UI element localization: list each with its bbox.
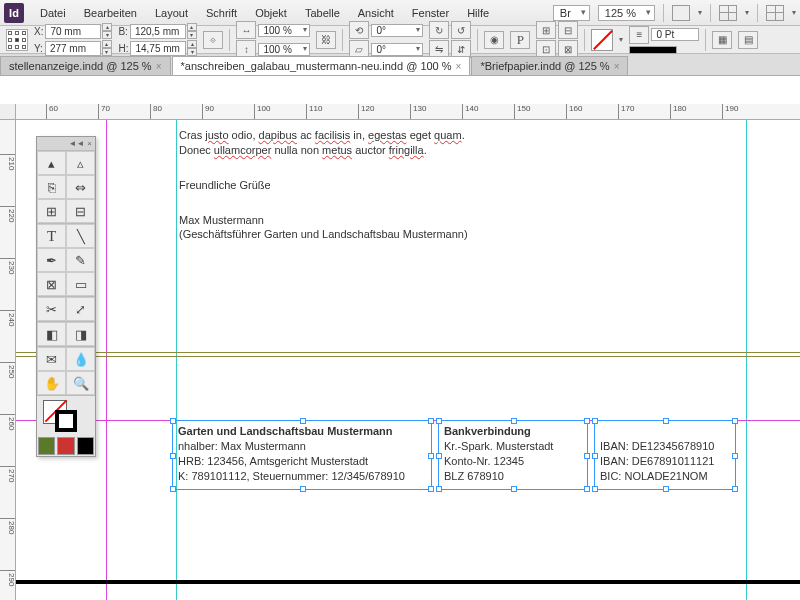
align-icon-2[interactable]: ⊟ <box>558 21 578 39</box>
hand-tool-icon[interactable]: ✋ <box>37 371 66 395</box>
rotation-input[interactable]: 0° <box>371 24 423 37</box>
pencil-tool-icon[interactable]: ✎ <box>66 248 95 272</box>
frame-footer-company[interactable]: Garten und Landschaftsbau Mustermann nha… <box>172 420 432 490</box>
scale-x-input[interactable]: 100 % <box>258 24 310 37</box>
apply-color[interactable] <box>38 437 55 455</box>
menu-ansicht[interactable]: Ansicht <box>350 3 402 23</box>
rotate-cw-icon[interactable]: ↻ <box>429 21 449 39</box>
line-tool-icon[interactable]: ╲ <box>66 224 95 248</box>
select-content-icon[interactable]: ◉ <box>484 31 504 49</box>
menu-schrift[interactable]: Schrift <box>198 3 245 23</box>
document-tabs: stellenanzeige.indd @ 125 %× *anschreibe… <box>0 54 800 76</box>
control-panel-top: X:70 mm▴▾ Y:277 mm▴▾ B:120,5 mm▴▾ H:14,7… <box>0 26 800 54</box>
gradient-swatch-tool-icon[interactable]: ◧ <box>37 322 66 346</box>
eyedropper-tool-icon[interactable]: 💧 <box>66 347 95 371</box>
letter-body-text: Cras justo odio, dapibus ac facilisis in… <box>179 128 609 242</box>
close-icon[interactable]: × <box>156 61 162 72</box>
menu-bearbeiten[interactable]: Bearbeiten <box>76 3 145 23</box>
zoom-tool-icon[interactable]: 🔍 <box>66 371 95 395</box>
ruler-origin[interactable] <box>0 104 16 120</box>
workspace: 5060708090100110120130140150160170180190… <box>0 104 800 600</box>
scale-x-icon: ↔ <box>236 21 256 39</box>
stroke-weight-input[interactable]: 0 Pt <box>651 28 699 41</box>
collapse-icon[interactable]: ◄◄ <box>68 139 84 148</box>
canvas[interactable]: Cras justo odio, dapibus ac facilisis in… <box>16 120 800 600</box>
gradient-feather-tool-icon[interactable]: ◨ <box>66 322 95 346</box>
zoom-selector[interactable]: 125 % <box>598 5 655 21</box>
arrange-icon[interactable] <box>766 5 784 21</box>
fill-stroke-swatch[interactable] <box>37 396 95 436</box>
tab-stellenanzeige[interactable]: stellenanzeige.indd @ 125 %× <box>0 56 171 75</box>
w-input[interactable]: 120,5 mm <box>130 24 186 39</box>
h-input[interactable]: 14,75 mm <box>130 41 186 56</box>
tab-briefpapier[interactable]: *Briefpapier.indd @ 125 %× <box>471 56 628 75</box>
vertical-ruler[interactable]: 200210220230240250260270280290 <box>0 120 16 600</box>
free-transform-tool-icon[interactable]: ⤢ <box>66 297 95 321</box>
w-label: B: <box>118 26 127 37</box>
horizontal-ruler[interactable]: 5060708090100110120130140150160170180190 <box>16 104 800 120</box>
menu-layout[interactable]: Layout <box>147 3 196 23</box>
align-icon-1[interactable]: ⊞ <box>536 21 556 39</box>
tools-panel[interactable]: ◄◄× ▴ ▵ ⎘ ⇔ ⊞ ⊟ T ╲ ✒ ✎ ⊠ ▭ ✂ ⤢ ◧ ◨ ✉ 💧 … <box>36 136 96 457</box>
type-tool-icon[interactable]: T <box>37 224 66 248</box>
note-tool-icon[interactable]: ✉ <box>37 347 66 371</box>
close-icon[interactable]: × <box>456 61 462 72</box>
y-label: Y: <box>34 43 43 54</box>
selection-tool-icon[interactable]: ▴ <box>37 151 66 175</box>
tab-anschreiben[interactable]: *anschreiben_galabau_mustermann-neu.indd… <box>172 56 471 75</box>
link-scale-icon[interactable]: ⛓ <box>316 31 336 49</box>
close-icon[interactable]: × <box>614 61 620 72</box>
guide-cyan-left[interactable] <box>176 120 177 600</box>
rule-olive-2 <box>16 356 800 357</box>
gap-tool-icon[interactable]: ⇔ <box>66 175 95 199</box>
h-label: H: <box>118 43 128 54</box>
content-placer-icon[interactable]: ⊟ <box>66 199 95 223</box>
rectangle-tool-icon[interactable]: ▭ <box>66 272 95 296</box>
guide-margin-left[interactable] <box>106 120 107 600</box>
rotation-icon: ⟲ <box>349 21 369 39</box>
select-container-icon[interactable]: P <box>510 31 530 49</box>
menu-tabelle[interactable]: Tabelle <box>297 3 348 23</box>
shear-input[interactable]: 0° <box>371 43 423 56</box>
frame-footer-iban[interactable]: IBAN: DE12345678910 IBAN: DE67891011121 … <box>594 420 736 490</box>
more-icon[interactable]: ▤ <box>738 31 758 49</box>
menu-datei[interactable]: Datei <box>32 3 74 23</box>
scissors-tool-icon[interactable]: ✂ <box>37 297 66 321</box>
x-label: X: <box>34 26 43 37</box>
fill-swatch[interactable] <box>591 29 613 51</box>
y-input[interactable]: 277 mm <box>45 41 101 56</box>
rotate-ccw-icon[interactable]: ↺ <box>451 21 471 39</box>
frame-footer-bank[interactable]: Bankverbindung Kr.-Spark. Musterstadt Ko… <box>438 420 588 490</box>
menu-hilfe[interactable]: Hilfe <box>459 3 497 23</box>
rule-olive-1 <box>16 352 800 353</box>
close-icon[interactable]: × <box>87 139 92 148</box>
constrain-icon[interactable]: ⟐ <box>203 31 223 49</box>
apply-none[interactable] <box>77 437 94 455</box>
x-input[interactable]: 70 mm <box>45 24 101 39</box>
effects-icon[interactable]: ▦ <box>712 31 732 49</box>
menu-objekt[interactable]: Objekt <box>247 3 295 23</box>
stroke-weight-icon: ≡ <box>629 26 649 44</box>
pen-tool-icon[interactable]: ✒ <box>37 248 66 272</box>
reference-point[interactable] <box>6 29 28 51</box>
view-mode-icon[interactable] <box>672 5 690 21</box>
indesign-logo: Id <box>4 3 24 23</box>
page-edge <box>16 580 800 584</box>
direct-selection-tool-icon[interactable]: ▵ <box>66 151 95 175</box>
stroke-style[interactable] <box>629 46 677 54</box>
guide-cyan-right[interactable] <box>746 120 747 600</box>
content-collector-icon[interactable]: ⊞ <box>37 199 66 223</box>
page-tool-icon[interactable]: ⎘ <box>37 175 66 199</box>
apply-gradient[interactable] <box>57 437 74 455</box>
scale-y-input[interactable]: 100 % <box>258 43 310 56</box>
rectangle-frame-tool-icon[interactable]: ⊠ <box>37 272 66 296</box>
menu-fenster[interactable]: Fenster <box>404 3 457 23</box>
bridge-selector[interactable]: Br <box>553 5 590 21</box>
screen-mode-icon[interactable] <box>719 5 737 21</box>
